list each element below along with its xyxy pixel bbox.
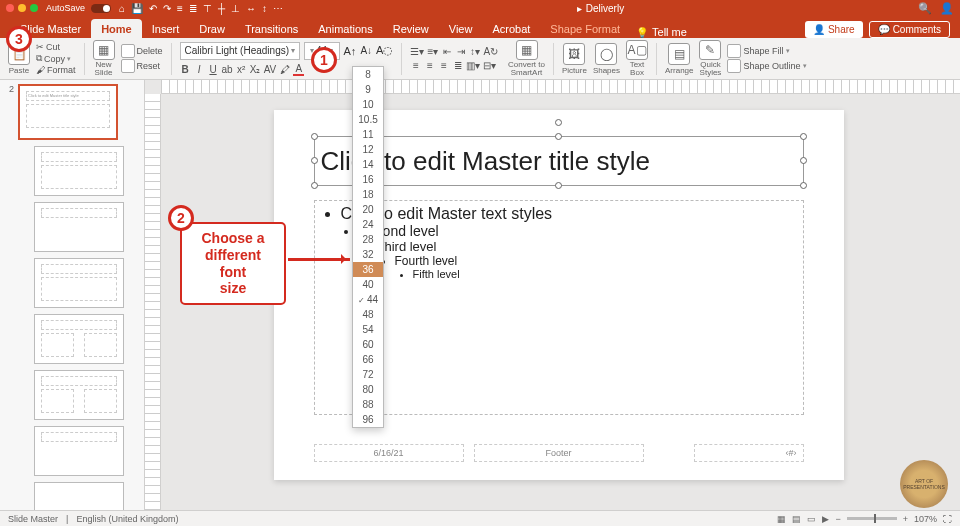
comments-button[interactable]: 💬Comments xyxy=(869,21,950,38)
superscript-button[interactable]: X₂ xyxy=(250,64,261,75)
font-size-option-80[interactable]: 80 xyxy=(353,382,383,397)
font-name-select[interactable]: Calibri Light (Headings)▾ xyxy=(180,42,300,60)
tab-transitions[interactable]: Transitions xyxy=(235,19,308,38)
font-size-option-60[interactable]: 60 xyxy=(353,337,383,352)
share-button[interactable]: 👤Share xyxy=(805,21,863,38)
underline-button[interactable]: U xyxy=(208,64,219,75)
textbox-button[interactable]: A▢ xyxy=(626,40,648,60)
autosave-toggle[interactable] xyxy=(91,4,111,13)
align-left-button[interactable]: ≡ xyxy=(410,60,421,71)
layout-thumbnail[interactable] xyxy=(34,146,124,196)
home-icon[interactable]: ⌂ xyxy=(119,3,125,14)
text-dir-button[interactable]: A↻ xyxy=(483,46,498,57)
font-size-option-48[interactable]: 48 xyxy=(353,307,383,322)
grow-font-button[interactable]: A↑ xyxy=(344,45,357,57)
tab-animations[interactable]: Animations xyxy=(308,19,382,38)
font-size-dropdown[interactable]: 891010.511121416182024283236404448546066… xyxy=(352,66,384,428)
body-placeholder[interactable]: Click to edit Master text styles Second … xyxy=(314,200,804,415)
font-color-button[interactable]: A xyxy=(293,63,304,76)
font-size-option-88[interactable]: 88 xyxy=(353,397,383,412)
shapes-button[interactable]: ◯ xyxy=(595,43,617,65)
shape-fill-button[interactable]: Shape Fill▾ xyxy=(727,44,806,58)
dist-h-icon[interactable]: ↔ xyxy=(246,3,256,14)
picture-button[interactable]: 🖼 xyxy=(563,43,585,65)
font-size-option-10.5[interactable]: 10.5 xyxy=(353,112,383,127)
minimize-window-icon[interactable] xyxy=(18,4,26,12)
tab-insert[interactable]: Insert xyxy=(142,19,190,38)
font-size-option-96[interactable]: 96 xyxy=(353,412,383,427)
shape-outline-button[interactable]: Shape Outline▾ xyxy=(727,59,806,73)
delete-button[interactable]: Delete xyxy=(121,44,163,58)
font-size-option-24[interactable]: 24 xyxy=(353,217,383,232)
slidenum-placeholder[interactable]: ‹#› xyxy=(694,444,804,462)
font-size-option-14[interactable]: 14 xyxy=(353,157,383,172)
font-size-option-16[interactable]: 16 xyxy=(353,172,383,187)
font-size-option-36[interactable]: 36 xyxy=(353,262,383,277)
status-lang[interactable]: English (United Kingdom) xyxy=(76,514,178,524)
bullets-button[interactable]: ☰▾ xyxy=(410,46,424,57)
char-spacing-button[interactable]: AV xyxy=(264,64,277,75)
font-size-option-32[interactable]: 32 xyxy=(353,247,383,262)
tab-review[interactable]: Review xyxy=(383,19,439,38)
fullscreen-window-icon[interactable] xyxy=(30,4,38,12)
tab-shape-format[interactable]: Shape Format xyxy=(540,19,630,38)
fit-window-icon[interactable]: ⛶ xyxy=(943,514,952,524)
font-size-option-8[interactable]: 8 xyxy=(353,67,383,82)
new-slide-button[interactable]: ▦ xyxy=(93,40,115,60)
align-icon[interactable]: ≡ xyxy=(177,3,183,14)
dist-v-icon[interactable]: ↕ xyxy=(262,3,267,14)
thumbnail-panel[interactable]: 2 Click to edit Master title style xyxy=(0,80,145,510)
save-icon[interactable]: 💾 xyxy=(131,3,143,14)
qat-ext-icon[interactable]: ⋯ xyxy=(273,3,283,14)
align-mid-icon[interactable]: ┼ xyxy=(218,3,225,14)
master-thumbnail[interactable]: Click to edit Master title style xyxy=(18,84,118,140)
columns-button[interactable]: ▥▾ xyxy=(466,60,480,71)
view-reading-icon[interactable]: ▭ xyxy=(807,514,816,524)
font-size-option-28[interactable]: 28 xyxy=(353,232,383,247)
convert-smartart-button[interactable]: ▦ xyxy=(516,40,538,60)
date-placeholder[interactable]: 6/16/21 xyxy=(314,444,464,462)
align-bot-icon[interactable]: ⊥ xyxy=(231,3,240,14)
zoom-slider[interactable] xyxy=(847,517,897,520)
bold-button[interactable]: B xyxy=(180,64,191,75)
highlight-button[interactable]: 🖍 xyxy=(279,64,290,75)
format-painter-button[interactable]: 🖌Format xyxy=(36,65,76,75)
cut-button[interactable]: ✂Cut xyxy=(36,42,76,52)
reset-button[interactable]: Reset xyxy=(121,59,163,73)
font-size-option-12[interactable]: 12 xyxy=(353,142,383,157)
strike-button[interactable]: ab xyxy=(222,64,233,75)
subscript-button[interactable]: x² xyxy=(236,64,247,75)
arrange-button[interactable]: ▤ xyxy=(668,43,690,65)
font-size-option-72[interactable]: 72 xyxy=(353,367,383,382)
zoom-out-button[interactable]: − xyxy=(835,514,840,524)
search-icon[interactable]: 🔍 xyxy=(918,2,932,15)
footer-placeholder[interactable]: Footer xyxy=(474,444,644,462)
copy-button[interactable]: ⧉Copy▾ xyxy=(36,53,76,64)
tab-draw[interactable]: Draw xyxy=(189,19,235,38)
layout-thumbnail[interactable] xyxy=(34,258,124,308)
view-normal-icon[interactable]: ▦ xyxy=(777,514,786,524)
layout-thumbnail[interactable] xyxy=(34,202,124,252)
zoom-level[interactable]: 107% xyxy=(914,514,937,524)
tab-view[interactable]: View xyxy=(439,19,483,38)
redo-icon[interactable]: ↷ xyxy=(163,3,171,14)
align-icon-2[interactable]: ≣ xyxy=(189,3,197,14)
font-size-option-66[interactable]: 66 xyxy=(353,352,383,367)
font-size-option-9[interactable]: 9 xyxy=(353,82,383,97)
view-slideshow-icon[interactable]: ▶ xyxy=(822,514,829,524)
undo-icon[interactable]: ↶ xyxy=(149,3,157,14)
font-size-option-10[interactable]: 10 xyxy=(353,97,383,112)
clear-format-button[interactable]: A◌ xyxy=(376,44,393,57)
numbering-button[interactable]: ≡▾ xyxy=(427,46,438,57)
rotate-handle[interactable] xyxy=(555,119,562,126)
font-size-option-40[interactable]: 40 xyxy=(353,277,383,292)
indent-inc-button[interactable]: ⇥ xyxy=(455,46,466,57)
justify-button[interactable]: ≣ xyxy=(452,60,463,71)
font-size-option-44[interactable]: 44 xyxy=(353,292,383,307)
layout-thumbnail[interactable] xyxy=(34,426,124,476)
layout-thumbnail[interactable] xyxy=(34,370,124,420)
window-controls[interactable] xyxy=(6,4,38,12)
font-size-option-54[interactable]: 54 xyxy=(353,322,383,337)
font-size-option-11[interactable]: 11 xyxy=(353,127,383,142)
font-size-option-20[interactable]: 20 xyxy=(353,202,383,217)
